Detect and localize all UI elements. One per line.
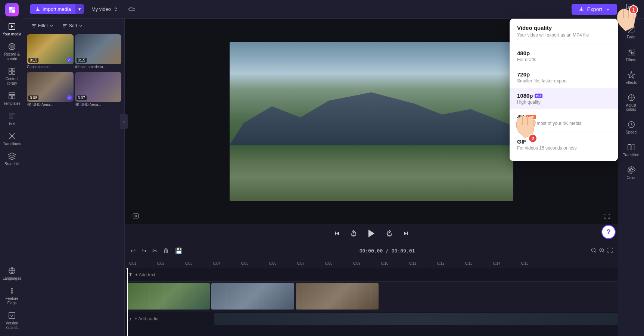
- right-item-filters[interactable]: Filters: [619, 44, 643, 66]
- export-dropdown-title: Video quality: [510, 25, 618, 32]
- svg-rect-9: [12, 68, 15, 71]
- thumb2-duration: 0:15: [77, 58, 87, 63]
- timecode-display: 00:00.00 / 00:09.01: [187, 248, 587, 254]
- import-media-button[interactable]: Import media ▾: [30, 4, 84, 14]
- sidebar-item-templates-label: Templates: [3, 101, 21, 106]
- zoom-in-button[interactable]: [598, 247, 605, 255]
- undo-button[interactable]: ↩: [129, 246, 137, 256]
- collapse-panel-button[interactable]: ‹: [120, 114, 128, 129]
- quality-option-4k[interactable]: 4K UHD Make the most of your 4K media: [510, 109, 618, 131]
- zoom-out-button[interactable]: [590, 247, 597, 255]
- thumb4-label: 4K UHD Aeria...: [75, 102, 122, 108]
- svg-rect-3: [12, 10, 15, 13]
- add-audio-button[interactable]: + Add audio: [135, 316, 159, 321]
- sidebar-item-your-media[interactable]: Your media: [0, 19, 24, 40]
- sidebar-item-feature-flags[interactable]: FeatureFlags: [0, 284, 24, 308]
- right-item-fade[interactable]: Fade: [619, 22, 643, 43]
- right-item-transition[interactable]: Transition: [619, 139, 643, 161]
- sidebar-item-languages[interactable]: Languages: [0, 264, 24, 284]
- video-clip-3[interactable]: [296, 283, 379, 310]
- quality-480p-desc: For drafts: [517, 57, 610, 62]
- my-video-tab[interactable]: My video: [88, 5, 121, 13]
- save-button[interactable]: 💾: [174, 246, 184, 256]
- video-preview: [230, 42, 513, 201]
- add-text-button[interactable]: + Add text: [135, 272, 155, 277]
- thumb3-check: ✓: [67, 95, 72, 100]
- skip-back-button[interactable]: [332, 228, 342, 239]
- ruler-mark: 0:11: [409, 261, 437, 266]
- svg-point-23: [135, 215, 137, 217]
- media-panel: Filter Sort 0:15 ✓ Caucasian: [24, 19, 125, 336]
- svg-rect-10: [9, 72, 12, 74]
- svg-rect-0: [9, 7, 12, 10]
- quality-gif-name: GIF: [517, 138, 610, 145]
- svg-rect-14: [12, 95, 15, 99]
- svg-rect-1: [12, 7, 15, 10]
- video-clip-2[interactable]: [211, 283, 294, 310]
- left-sidebar: Your media Record &create Contentlibrary…: [0, 0, 24, 336]
- svg-rect-11: [12, 72, 15, 74]
- video-clip-1[interactable]: [127, 283, 210, 310]
- media-thumb-1[interactable]: 0:15 ✓ Caucasian co...: [27, 34, 74, 70]
- quality-option-720p[interactable]: 720p Smaller file, faster export: [510, 67, 618, 88]
- sidebar-item-content-library[interactable]: Contentlibrary: [0, 64, 24, 89]
- quality-gif-desc: For videos 15 seconds or less: [517, 145, 610, 151]
- export-button[interactable]: Export: [572, 4, 617, 15]
- rewind-5s-button[interactable]: 5: [348, 228, 359, 239]
- quality-4k-desc: Make the most of your 4K media: [517, 121, 610, 126]
- sidebar-item-record-create[interactable]: Record &create: [0, 40, 24, 64]
- svg-rect-21: [626, 4, 633, 9]
- captions-icon[interactable]: Captions: [622, 3, 638, 16]
- sidebar-item-record-label: Record &create: [4, 52, 20, 61]
- fullscreen-button[interactable]: [602, 211, 612, 221]
- media-thumb-2[interactable]: 0:15 African american...: [75, 34, 122, 70]
- quality-720p-desc: Smaller file, faster export: [517, 78, 610, 84]
- video-mountain: [230, 90, 513, 145]
- filter-button[interactable]: Filter: [28, 22, 56, 30]
- import-dropdown-arrow[interactable]: ▾: [75, 4, 84, 14]
- svg-marker-5: [11, 25, 13, 28]
- delete-button[interactable]: 🗑: [162, 246, 171, 256]
- uhd-badge: UHD: [526, 115, 536, 119]
- sidebar-item-brand-kit-label: Brand kit: [4, 162, 19, 166]
- media-thumb-4[interactable]: 0:07 4K UHD Aeria...: [75, 72, 122, 108]
- sidebar-item-templates[interactable]: Templates: [0, 89, 24, 109]
- fit-to-screen-button[interactable]: [607, 247, 613, 255]
- sidebar-item-transitions[interactable]: Transitions: [0, 129, 24, 149]
- svg-point-15: [11, 135, 13, 137]
- sort-button[interactable]: Sort: [59, 22, 85, 30]
- ruler-mark: 0:02: [157, 261, 185, 266]
- video-track: [125, 282, 618, 311]
- right-item-adjust-colors[interactable]: Adjust colors: [619, 90, 643, 115]
- media-thumb-3[interactable]: 0:08 ✓ 4K UHD Aeria...: [27, 72, 74, 108]
- quality-option-1080p[interactable]: 1080p HD High quality: [510, 88, 618, 109]
- timeline-ruler: 0:01 0:02 0:03 0:04 0:05 0:06 0:07 0:08 …: [125, 259, 618, 268]
- right-item-speed[interactable]: Speed: [619, 117, 643, 138]
- skip-forward-button[interactable]: [401, 228, 411, 239]
- quality-1080p-desc: High quality: [517, 100, 610, 105]
- text-track: T + Add text: [125, 268, 618, 282]
- help-button[interactable]: ?: [601, 225, 616, 239]
- redo-button[interactable]: ↪: [140, 246, 148, 256]
- quality-option-480p[interactable]: 480p For drafts: [510, 45, 618, 67]
- app-logo: [5, 3, 19, 16]
- svg-point-36: [629, 169, 630, 170]
- right-item-effects[interactable]: Effects: [619, 67, 643, 88]
- right-item-color[interactable]: Color: [619, 162, 643, 183]
- export-quality-dropdown: Video quality Your video will export as …: [510, 19, 618, 161]
- forward-5s-button[interactable]: 5: [384, 228, 395, 239]
- sidebar-item-content-library-label: Contentlibrary: [5, 77, 18, 86]
- preview-screenshot-button[interactable]: [131, 211, 141, 221]
- play-pause-button[interactable]: [365, 227, 378, 240]
- quality-option-gif[interactable]: GIF For videos 15 seconds or less: [510, 134, 618, 155]
- media-toolbar: Filter Sort: [24, 19, 124, 33]
- cloud-sync-icon[interactable]: [126, 3, 138, 15]
- svg-marker-25: [368, 230, 374, 238]
- playhead[interactable]: [127, 268, 128, 336]
- sidebar-item-text-label: Text: [9, 122, 15, 126]
- cut-button[interactable]: ✂: [151, 246, 159, 256]
- sidebar-item-brand-kit[interactable]: Brand kit: [0, 149, 24, 169]
- svg-rect-13: [9, 95, 12, 99]
- sidebar-item-text[interactable]: Text: [0, 109, 24, 129]
- ruler-mark: 0:06: [269, 261, 297, 266]
